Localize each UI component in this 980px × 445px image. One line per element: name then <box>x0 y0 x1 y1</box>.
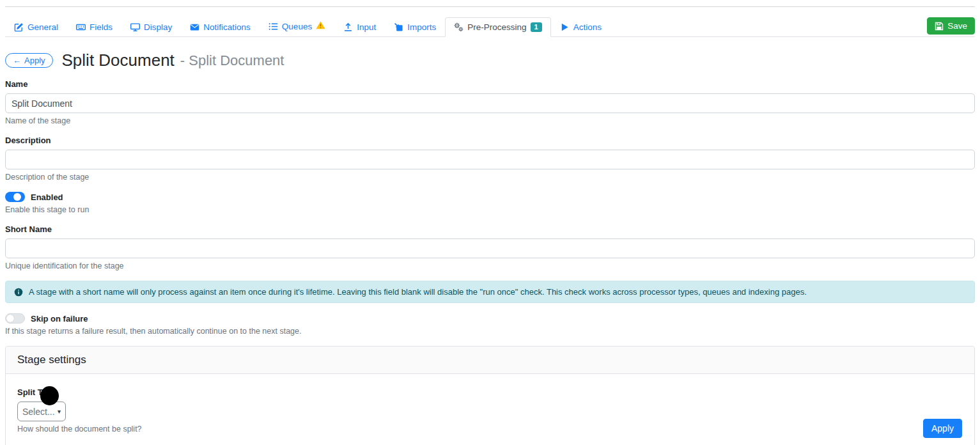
name-label: Name <box>5 79 975 89</box>
enabled-label: Enabled <box>31 192 63 202</box>
tab-label: Notifications <box>203 22 251 32</box>
tab-notifications[interactable]: Notifications <box>181 17 260 37</box>
split-type-help: How should the document be split? <box>17 425 963 433</box>
enabled-toggle[interactable] <box>5 192 25 202</box>
main-content: Name Name of the stage Description Descr… <box>5 79 975 445</box>
tab-label: Queues <box>282 22 312 31</box>
name-input[interactable] <box>5 93 975 113</box>
top-divider <box>5 6 975 7</box>
save-button[interactable]: Save <box>927 17 975 35</box>
list-icon <box>268 22 278 31</box>
page-title: Split Document <box>62 51 175 70</box>
chevron-down-icon: ▾ <box>58 408 61 415</box>
description-label: Description <box>5 136 975 145</box>
tab-label: Imports <box>407 22 436 32</box>
upload-icon <box>343 22 353 32</box>
stage-settings-body: Split Type Select... ▾ How should the do… <box>6 374 974 445</box>
enabled-field-group: Enabled Enable this stage to run <box>5 192 975 214</box>
apply-button[interactable]: Apply <box>923 419 962 438</box>
tab-queues[interactable]: Queues <box>260 15 334 37</box>
split-type-label: Split Type <box>17 387 963 397</box>
name-help: Name of the stage <box>5 116 975 125</box>
import-icon <box>394 22 403 32</box>
short-name-info-alert: A stage with a short name will only proc… <box>5 281 975 303</box>
gears-icon <box>454 22 463 32</box>
skip-on-failure-help: If this stage returns a failure result, … <box>5 327 975 336</box>
tab-imports[interactable]: Imports <box>385 17 445 37</box>
short-name-label: Short Name <box>5 224 975 234</box>
skip-on-failure-toggle[interactable] <box>5 313 25 324</box>
envelope-icon <box>190 22 199 32</box>
monitor-icon <box>130 22 140 32</box>
keyboard-icon <box>76 22 86 32</box>
save-icon <box>935 22 944 31</box>
tab-label: Input <box>357 22 376 32</box>
tab-label: General <box>27 22 58 32</box>
tab-bar: General Fields Display Notifications Que… <box>5 15 975 37</box>
page-header: ← Apply Split Document - Split Document <box>5 51 975 70</box>
skip-on-failure-label: Skip on failure <box>31 314 88 324</box>
tab-fields[interactable]: Fields <box>67 17 121 37</box>
stage-settings-title: Stage settings <box>6 347 974 374</box>
tab-pre-processing[interactable]: Pre-Processing 1 <box>445 17 550 37</box>
apply-back-button[interactable]: ← Apply <box>5 53 53 68</box>
description-input[interactable] <box>5 150 975 169</box>
short-name-input[interactable] <box>5 238 975 258</box>
tab-label: Pre-Processing <box>467 22 526 32</box>
tab-count-badge: 1 <box>531 22 542 32</box>
enabled-help: Enable this stage to run <box>5 205 975 214</box>
short-name-field-group: Short Name Unique identification for the… <box>5 224 975 270</box>
tab-label: Actions <box>573 22 602 32</box>
edit-icon <box>14 22 24 32</box>
tab-actions[interactable]: Actions <box>551 17 611 37</box>
tab-display[interactable]: Display <box>121 17 181 37</box>
name-field-group: Name Name of the stage <box>5 79 975 125</box>
left-arrow-icon: ← <box>13 56 21 65</box>
skip-on-failure-field-group: Skip on failure If this stage returns a … <box>5 313 975 336</box>
alert-text: A stage with a short name will only proc… <box>29 287 807 297</box>
play-icon <box>560 22 570 32</box>
description-help: Description of the stage <box>5 173 975 182</box>
tab-label: Fields <box>89 22 113 32</box>
stage-settings-card: Stage settings Split Type Select... ▾ Ho… <box>5 346 975 445</box>
split-type-select[interactable]: Select... ▾ <box>17 402 66 421</box>
short-name-help: Unique identification for the stage <box>5 262 975 270</box>
warning-icon <box>316 20 325 32</box>
tab-general[interactable]: General <box>5 17 67 37</box>
tab-label: Display <box>144 22 172 32</box>
description-field-group: Description Description of the stage <box>5 136 975 182</box>
info-circle-icon <box>14 288 23 297</box>
tab-input[interactable]: Input <box>334 17 385 37</box>
page-subtitle: - Split Document <box>180 52 284 69</box>
